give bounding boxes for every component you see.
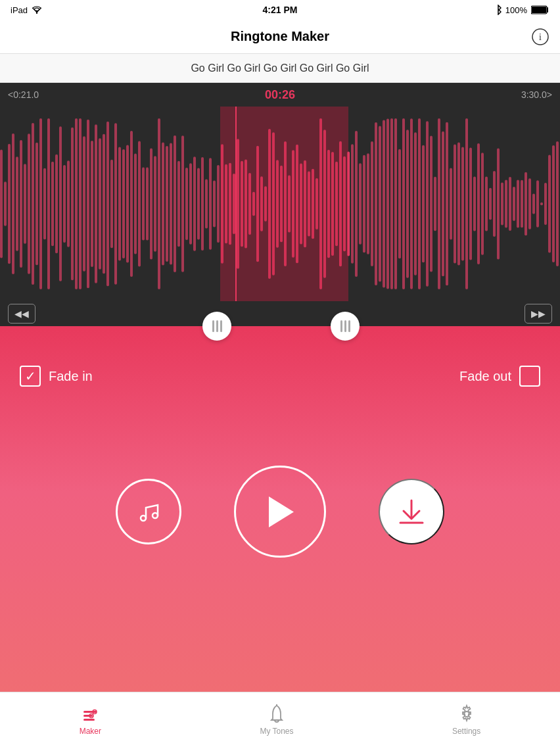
- time-center: 00:26: [265, 88, 295, 102]
- svg-rect-36: [122, 149, 125, 258]
- action-buttons: [0, 466, 560, 558]
- svg-rect-103: [386, 118, 389, 289]
- svg-rect-60: [217, 165, 220, 243]
- handle-right-lines: [340, 320, 350, 332]
- svg-rect-57: [205, 179, 208, 228]
- svg-rect-59: [213, 181, 216, 228]
- waveform-section[interactable]: <0:21.0 00:26 3:30.0> ◀◀ ▶▶: [0, 83, 560, 326]
- battery-icon: [531, 5, 549, 14]
- play-button[interactable]: [234, 466, 326, 558]
- handle-line: [212, 320, 214, 332]
- svg-rect-56: [201, 157, 204, 251]
- svg-rect-13: [32, 123, 34, 285]
- svg-rect-7: [8, 144, 11, 264]
- svg-rect-100: [375, 122, 377, 285]
- svg-rect-135: [513, 187, 515, 221]
- bluetooth-icon: [495, 5, 502, 15]
- status-time: 4:21 PM: [263, 5, 298, 15]
- svg-rect-34: [114, 123, 117, 285]
- fade-in-label: Fade in: [49, 369, 93, 384]
- svg-point-148: [152, 513, 158, 518]
- svg-rect-110: [414, 132, 417, 276]
- handle-line: [348, 320, 350, 332]
- svg-rect-141: [536, 180, 539, 227]
- svg-marker-149: [269, 496, 294, 527]
- song-title-bar: Go Girl Go Girl Go Girl Go Girl Go Girl: [0, 54, 560, 83]
- svg-rect-48: [170, 143, 172, 264]
- play-icon: [264, 494, 296, 530]
- bell-icon: [268, 704, 286, 724]
- svg-rect-21: [63, 165, 66, 243]
- svg-rect-18: [51, 162, 54, 247]
- svg-rect-136: [517, 180, 519, 228]
- svg-rect-35: [118, 147, 121, 260]
- svg-rect-151: [83, 715, 93, 717]
- fade-in-group: ✓ Fade in: [20, 366, 93, 387]
- svg-rect-52: [185, 168, 188, 240]
- song-title: Go Girl Go Girl Go Girl Go Girl Go Girl: [191, 62, 369, 74]
- svg-rect-40: [138, 141, 141, 267]
- svg-rect-30: [99, 138, 101, 269]
- info-button[interactable]: i: [531, 28, 549, 46]
- fade-in-checkbox[interactable]: ✓: [20, 366, 41, 387]
- tab-maker[interactable]: Maker: [66, 699, 114, 741]
- svg-rect-23: [71, 128, 74, 280]
- svg-rect-105: [394, 118, 397, 289]
- svg-rect-20: [59, 126, 62, 281]
- nav-bar: Ringtone Maker i: [0, 20, 560, 54]
- svg-rect-95: [355, 131, 358, 277]
- svg-rect-104: [390, 118, 393, 289]
- svg-rect-6: [4, 181, 7, 226]
- tab-my-tones[interactable]: My Tones: [246, 699, 306, 741]
- svg-rect-45: [158, 118, 160, 289]
- music-button[interactable]: [116, 479, 181, 544]
- forward-button[interactable]: ▶▶: [525, 304, 552, 324]
- svg-rect-44: [154, 156, 156, 251]
- svg-rect-10: [20, 140, 22, 268]
- status-right: 100%: [495, 5, 549, 15]
- svg-rect-31: [103, 134, 105, 274]
- fade-out-checkbox[interactable]: [519, 366, 540, 387]
- fade-out-group: Fade out: [459, 366, 540, 387]
- tab-settings[interactable]: Settings: [439, 699, 494, 741]
- svg-rect-123: [465, 118, 468, 289]
- handle-line: [344, 320, 346, 332]
- waveform-controls: ◀◀ ▶▶: [0, 301, 560, 326]
- tab-my-tones-label: My Tones: [260, 727, 293, 736]
- handle-right[interactable]: [331, 312, 360, 341]
- svg-rect-96: [359, 163, 362, 244]
- svg-rect-39: [134, 154, 137, 254]
- svg-rect-130: [493, 171, 496, 237]
- svg-rect-119: [450, 168, 452, 240]
- svg-rect-12: [28, 133, 30, 274]
- svg-rect-144: [548, 155, 551, 253]
- svg-rect-133: [505, 180, 507, 228]
- svg-rect-152: [83, 719, 95, 721]
- svg-rect-8: [12, 133, 14, 274]
- download-button[interactable]: [379, 479, 444, 544]
- svg-rect-16: [43, 168, 46, 239]
- svg-rect-33: [110, 160, 113, 249]
- svg-rect-101: [379, 126, 381, 281]
- nav-title: Ringtone Maker: [231, 29, 329, 44]
- svg-rect-125: [473, 177, 476, 231]
- svg-rect-126: [477, 143, 480, 264]
- tab-maker-label: Maker: [80, 727, 101, 736]
- svg-rect-142: [540, 203, 543, 205]
- tab-bar: Maker My Tones Settings: [0, 692, 560, 747]
- svg-rect-124: [469, 147, 472, 260]
- handle-left[interactable]: [202, 312, 231, 341]
- svg-rect-97: [363, 155, 365, 253]
- svg-rect-109: [410, 118, 413, 289]
- svg-rect-134: [509, 177, 511, 231]
- waveform-canvas[interactable]: [0, 107, 560, 301]
- fade-controls: ✓ Fade in Fade out: [0, 326, 560, 387]
- rewind-button[interactable]: ◀◀: [8, 304, 35, 324]
- time-left: <0:21.0: [8, 89, 39, 100]
- svg-point-0: [36, 12, 37, 14]
- svg-rect-15: [39, 118, 42, 289]
- battery-label: 100%: [505, 5, 527, 15]
- status-left: iPad: [11, 5, 42, 15]
- svg-rect-140: [532, 193, 535, 214]
- svg-text:i: i: [539, 32, 542, 42]
